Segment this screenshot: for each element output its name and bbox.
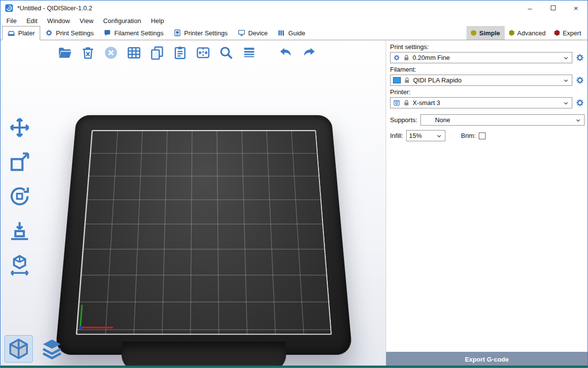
preview-view-button[interactable] [38,335,66,363]
tab-printer-settings[interactable]: Printer Settings [169,26,233,40]
mode-expert-label: Expert [563,29,581,37]
export-gcode-button[interactable]: Export G-code [386,352,588,367]
place-on-face-tool-button[interactable] [5,218,34,243]
gear-icon [45,29,53,37]
menu-window[interactable]: Window [42,17,74,25]
search-icon [219,45,234,60]
menu-edit[interactable]: Edit [22,17,42,25]
sliced-layers-icon [40,337,64,361]
supports-combo[interactable]: None [420,114,585,126]
copy-icon [149,45,165,60]
chevron-down-icon [435,132,443,140]
scale-icon [8,151,31,173]
lock-icon [403,99,410,106]
menu-help[interactable]: Help [146,17,169,25]
undo-icon [278,45,294,60]
rotate-tool-button[interactable] [5,184,34,209]
gear-icon [575,76,585,85]
printer-combo[interactable]: X-smart 3 [390,97,572,108]
bed-surface-grid [76,130,332,335]
editor-view-button[interactable] [4,335,33,363]
tab-filament-settings[interactable]: Filament Settings [98,26,168,40]
measure-tool-button[interactable] [5,252,34,278]
variable-layer-height-button[interactable] [240,43,258,62]
mode-advanced[interactable]: Advanced [505,26,550,40]
delete-all-button[interactable] [101,43,120,62]
gear-icon [393,54,400,61]
search-button[interactable] [217,43,235,62]
advanced-mode-dot-icon [509,30,514,36]
window-controls: – × [518,0,588,15]
brim-checkbox[interactable] [479,132,486,139]
print-settings-label: Print settings: [390,43,585,51]
mode-switcher: Simple Advanced Expert [466,26,586,40]
print-settings-combo[interactable]: 0.20mm Fine [390,52,572,63]
mode-expert[interactable]: Expert [550,26,586,40]
redo-button[interactable] [299,43,318,62]
title-bar: *Untitled - QIDISlicer-1.0.2 – × [0,0,588,15]
printer-value: X-smart 3 [413,99,440,106]
paste-icon [172,45,188,60]
filament-label: Filament: [390,66,585,73]
menu-configuration[interactable]: Configuration [98,17,146,25]
viewport-3d[interactable] [0,40,386,367]
minimize-button[interactable]: – [518,0,541,15]
rotate-icon [8,185,31,208]
measure-icon [8,254,31,276]
print-bed [55,115,353,355]
object-toolbar [55,43,318,62]
tab-device[interactable]: Device [233,26,273,40]
chevron-down-icon [562,54,570,62]
tab-print-settings-label: Print Settings [56,29,94,37]
tab-guide[interactable]: Guide [272,26,310,40]
undo-button[interactable] [276,43,295,62]
infill-label: Infill: [390,132,403,139]
place-on-face-icon [8,219,31,242]
open-file-button[interactable] [55,43,74,62]
printer-label: Printer: [390,88,585,96]
tab-print-settings[interactable]: Print Settings [40,26,98,40]
expert-mode-dot-icon [554,30,560,36]
move-tool-button[interactable] [5,115,34,140]
open-folder-icon [57,45,73,60]
tab-guide-label: Guide [288,29,305,37]
tab-plater[interactable]: Plater [2,26,40,40]
move-icon [8,116,31,139]
tab-filament-settings-label: Filament Settings [114,29,163,37]
arrange-button[interactable] [124,43,143,62]
filament-icon [103,29,111,37]
supports-value: None [435,116,450,124]
arrange-icon [126,45,142,60]
copy-button[interactable] [147,43,166,62]
filament-value: QIDI PLA Rapido [413,77,462,84]
chevron-down-icon [562,77,570,84]
split-button[interactable] [194,43,212,62]
tab-bar: Plater Print Settings Filament Settings … [0,26,588,40]
filament-gear-button[interactable] [575,76,585,85]
app-icon [5,4,13,12]
infill-value: 15% [409,132,422,139]
filament-combo[interactable]: QIDI PLA Rapido [390,75,572,86]
menu-bar: File Edit Window View Configuration Help [0,15,588,26]
device-icon [238,29,245,37]
menu-file[interactable]: File [1,17,22,25]
delete-icon [80,45,96,60]
menu-view[interactable]: View [75,17,98,25]
print-settings-gear-button[interactable] [575,53,585,62]
scale-tool-button[interactable] [5,149,34,175]
bed-stage [47,103,361,363]
paste-button[interactable] [171,43,189,62]
infill-combo[interactable]: 15% [406,130,445,141]
redo-icon [301,45,317,60]
filament-color-swatch [393,77,401,83]
close-button[interactable]: × [564,0,588,15]
cube-3d-view-icon [7,337,30,361]
view-switcher [4,335,66,363]
printer-gear-button[interactable] [575,98,585,107]
tab-plater-label: Plater [18,29,35,37]
delete-button[interactable] [78,43,97,62]
mode-simple[interactable]: Simple [466,26,505,40]
printer-settings-icon [173,29,181,37]
maximize-button[interactable] [541,0,564,15]
gear-icon [575,98,585,107]
